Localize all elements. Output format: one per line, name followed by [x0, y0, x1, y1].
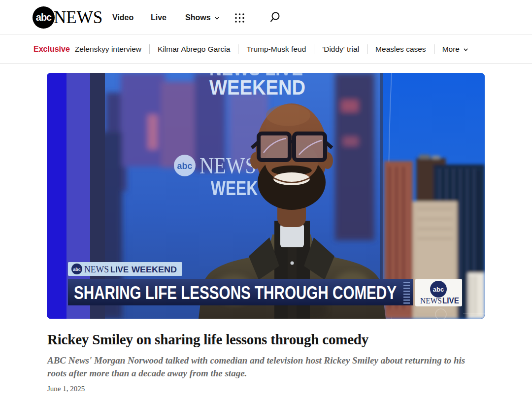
screen-weekend-text: WEEKEND	[209, 76, 305, 99]
exclusive-badge: Exclusive	[33, 45, 70, 54]
search-icon[interactable]	[269, 12, 280, 23]
topic-link-abrego-garcia[interactable]: Kilmar Abrego Garcia	[158, 45, 230, 54]
video-frame: NEWS LIVE WEEKEND abc NEWS WEEK	[47, 73, 485, 319]
topics-more-label: More	[442, 45, 460, 54]
nav-video[interactable]: Video	[112, 0, 133, 35]
logo-news-text: NEWS	[54, 6, 102, 29]
article-dek: ABC News' Morgan Norwood talked with com…	[47, 354, 481, 379]
banner-weekend-text: WEEKEND	[132, 265, 177, 274]
topic-link-trump-musk[interactable]: Trump-Musk feud	[246, 45, 306, 54]
topic-link-zelenskyy[interactable]: Zelenskyy interview	[75, 45, 141, 54]
video-player[interactable]: NEWS LIVE WEEKEND abc NEWS WEEK	[47, 73, 485, 319]
topic-link-measles[interactable]: Measles cases	[375, 45, 426, 54]
article-summary: Rickey Smiley on sharing life lessons th…	[47, 332, 486, 393]
abc-logo-icon: abc	[33, 6, 55, 29]
site-header: abc NEWS Video Live Shows	[0, 0, 532, 35]
nav-live[interactable]: Live	[151, 0, 166, 35]
banner-news-text: NEWS	[84, 264, 109, 274]
screen-abc-text: abc	[177, 161, 192, 171]
topic-separator	[434, 44, 434, 54]
chevron-down-icon	[463, 47, 468, 52]
bug-live-text: LIVE	[442, 297, 459, 305]
topic-separator	[149, 44, 150, 54]
topic-separator	[367, 44, 367, 54]
topic-separator	[238, 44, 238, 54]
article-title: Rickey Smiley on sharing life lessons th…	[47, 332, 486, 348]
abc-news-logo[interactable]: abc NEWS	[33, 6, 102, 29]
bug-abc-text: abc	[433, 286, 444, 293]
screen-week-text: WEEK	[211, 177, 258, 199]
article-date: June 1, 2025	[47, 385, 486, 393]
topic-separator	[314, 44, 314, 54]
chevron-down-icon	[214, 15, 220, 21]
trending-topics-bar: Exclusive Zelenskyy interview Kilmar Abr…	[0, 35, 532, 64]
topic-link-diddy[interactable]: 'Diddy' trial	[322, 45, 359, 54]
bug-news-text: NEWS	[420, 296, 442, 305]
screen-news-text: NEWS	[200, 153, 256, 178]
nav-shows[interactable]: Shows	[185, 0, 220, 35]
topics-more-button[interactable]: More	[442, 45, 468, 54]
chyron-headline-text: SHARING LIFE LESSONS THROUGH COMEDY	[74, 283, 397, 303]
apps-grid-icon[interactable]	[234, 13, 245, 23]
banner-abc-text: abc	[73, 267, 81, 272]
banner-live-text: LIVE	[110, 265, 129, 274]
nav-shows-label: Shows	[185, 13, 211, 22]
